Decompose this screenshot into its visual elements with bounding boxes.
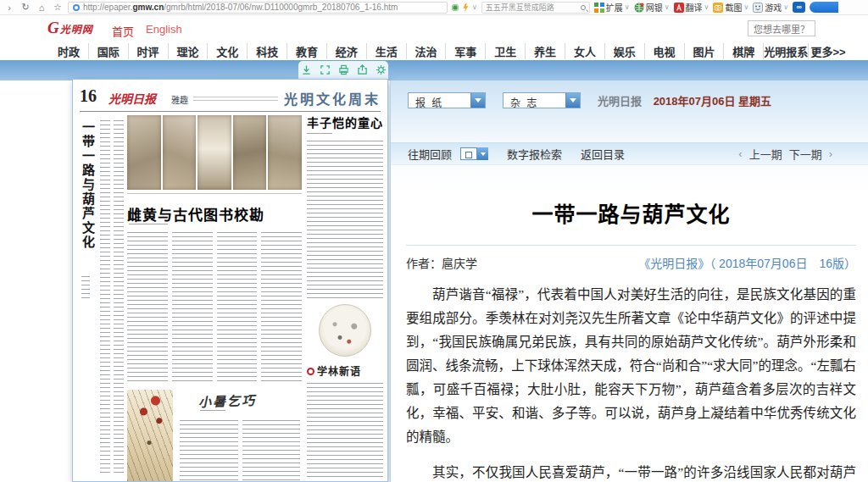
chevron-down-icon[interactable]: ∨ (665, 3, 670, 11)
search-icon[interactable] (581, 5, 586, 10)
newspaper-headline-bottom[interactable]: 小暑乞巧 (198, 391, 257, 410)
chevron-down-icon[interactable]: ∨ (743, 3, 748, 11)
extension-label[interactable]: 扩展 (606, 1, 623, 14)
nav-item[interactable]: 女人 (565, 43, 604, 59)
nav-item[interactable]: 经济 (326, 43, 366, 59)
english-link[interactable]: English (146, 23, 182, 36)
edition-controls: 报 纸 杂 志 光明日报 2018年07月06日 星期五 (408, 91, 861, 109)
back-issues-link[interactable]: 往期回顾 (408, 146, 452, 162)
nav-item[interactable]: 法治 (406, 43, 446, 59)
chevron-down-icon[interactable]: ∨ (783, 3, 788, 11)
extension-grid[interactable]: 扩展 ∨ (594, 1, 630, 14)
nav-item[interactable]: 军事 (445, 43, 485, 59)
nav-item-more[interactable]: 更多>> (808, 43, 848, 59)
author-name: 扈庆学 (442, 254, 477, 271)
nav-item[interactable]: 养生 (525, 43, 565, 59)
settings-icon[interactable] (376, 64, 387, 75)
bookmark-star-icon[interactable]: ☆ (52, 2, 64, 13)
newspaper-headline-center[interactable]: 雌黄与古代图书校勘 (127, 203, 264, 224)
newspaper-weekend-banner: 光明文化周末 (284, 88, 381, 108)
browser-search-box[interactable]: 五五开黑互赞成陌路 (481, 2, 590, 14)
extension-translate[interactable]: 翻译 ∨ (674, 1, 709, 14)
extension-label[interactable]: 翻译 (686, 1, 703, 14)
browser-search-text[interactable]: 五五开黑互赞成陌路 (486, 2, 581, 13)
dropdown-arrow-icon[interactable] (470, 93, 485, 108)
browser-mode-badge[interactable] (810, 2, 838, 13)
share-icon[interactable] (357, 64, 368, 75)
download-icon[interactable] (301, 64, 312, 75)
source-link[interactable]: 《光明日报》（ 2018年07月06日 16版） (638, 254, 856, 271)
url-text[interactable]: http://epaper.gmw.cn/gmrb/html/2018-07/0… (83, 3, 398, 12)
newspaper-column-title[interactable]: 学林新语 (317, 363, 361, 379)
site-safety-icon[interactable] (452, 4, 459, 11)
translate-icon (674, 3, 684, 13)
games-icon (753, 3, 763, 13)
nav-item[interactable]: 光明报系 (763, 43, 808, 59)
address-bar[interactable]: http://epaper.gmw.cn/gmrb/html/2018-07/0… (68, 2, 448, 14)
site-icon (73, 4, 80, 11)
nav-item[interactable]: 国际 (88, 43, 128, 59)
newspaper-artwork-panels (127, 115, 302, 190)
extension-screenshot[interactable]: 截图 ∨ (713, 1, 748, 14)
chevron-down-icon[interactable]: ∨ (472, 3, 477, 11)
next-issue-link[interactable]: 下一期 (789, 146, 822, 162)
newspaper-select[interactable]: 报 纸 (408, 92, 486, 108)
extension-games[interactable]: 游戏 ∨ (753, 1, 788, 14)
article-paragraph: 葫芦谐音“福禄”，代表着中国人对美好生活的向往，是民族文化基因的重要组成部分。季… (406, 283, 856, 449)
nav-item[interactable]: 棋牌 (723, 43, 763, 59)
newspaper-text-columns (127, 232, 302, 381)
nav-item[interactable]: 卫生 (485, 43, 525, 59)
bank-globe-icon (634, 3, 644, 13)
nav-item[interactable]: 电视 (644, 43, 684, 59)
nav-item[interactable]: 理论 (168, 43, 208, 59)
addressbar-actions: ∨ (452, 3, 477, 13)
next-arrow-icon[interactable]: › (829, 147, 832, 160)
newspaper-headline-right[interactable]: 丰子恺的童心 (307, 114, 383, 130)
screenshot-icon (713, 3, 723, 13)
prev-issue-link[interactable]: 上一期 (749, 146, 782, 162)
extension-label[interactable]: 网银 (646, 1, 663, 14)
newspaper-right-column: 丰子恺的童心 学林新语 (307, 114, 383, 478)
chevron-down-icon[interactable]: ∨ (704, 3, 709, 11)
nav-item[interactable]: 时政 (49, 43, 88, 59)
extension-label[interactable]: 截图 (725, 1, 742, 14)
extension-label[interactable]: 游戏 (765, 1, 782, 14)
nav-item[interactable]: 图片 (684, 43, 724, 59)
refresh-icon[interactable]: ↻ (19, 2, 31, 13)
digital-search-link[interactable]: 数字报检索 (507, 146, 562, 162)
nav-item[interactable]: 教育 (287, 43, 326, 59)
speed-bolt-icon[interactable] (461, 3, 470, 13)
edition-masthead: 光明日报 (598, 95, 642, 108)
newspaper-headline-author (307, 133, 332, 136)
chevron-down-icon[interactable]: ∨ (625, 3, 630, 11)
forward-icon[interactable]: › (3, 3, 15, 13)
article: 一带一路与葫芦文化 作者： 扈庆学 《光明日报》（ 2018年07月06日 16… (406, 175, 856, 482)
home-icon[interactable]: ⌂ (36, 3, 47, 13)
date-picker[interactable] (460, 147, 488, 160)
nav-item[interactable]: 生活 (366, 43, 406, 59)
site-search-input[interactable]: 您想去哪里？ (748, 20, 815, 36)
newspaper-vertical-headline[interactable]: 一带一路与葫芦文化 (78, 120, 97, 271)
print-icon[interactable] (338, 64, 349, 75)
dropdown-arrow-icon[interactable] (565, 93, 580, 108)
viewer-toolbar (298, 61, 388, 79)
nav-item[interactable]: 时评 (128, 43, 168, 59)
newspaper-section: 雅趣 (171, 93, 188, 106)
date-picker-dropdown[interactable] (477, 147, 488, 160)
newspaper-select-value: 报 纸 (409, 93, 470, 108)
prev-arrow-icon[interactable]: ‹ (738, 147, 742, 160)
browser-logo-icon[interactable]: ∞ (793, 2, 805, 13)
magazine-select[interactable]: 杂 志 (503, 92, 581, 108)
home-link[interactable]: 首页 (112, 23, 134, 39)
nav-item[interactable]: 文化 (207, 43, 247, 59)
newspaper-dateline (193, 97, 278, 101)
nav-item[interactable]: 娱乐 (604, 43, 644, 59)
newspaper-page-image[interactable]: 16 光明日报 雅趣 光明文化周末 一带一路与葫芦文化 雌黄与古代图书校勘 丰子… (72, 79, 388, 482)
fullscreen-icon[interactable] (320, 64, 331, 75)
extension-bank[interactable]: 网银 ∨ (634, 1, 670, 14)
gmw-logo[interactable]: G 光明网 (47, 19, 93, 37)
date-picker-input[interactable] (460, 147, 477, 160)
newspaper-column-logo: 学林新语 (307, 363, 383, 379)
back-to-toc-link[interactable]: 返回目录 (581, 146, 625, 162)
nav-item[interactable]: 科技 (247, 43, 287, 59)
